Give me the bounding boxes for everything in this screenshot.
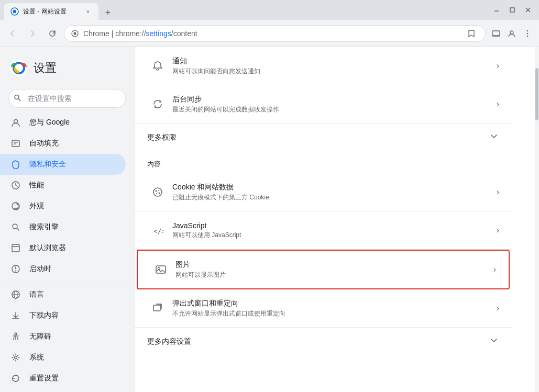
back-button[interactable] — [4, 25, 21, 42]
sidebar-item-language[interactable]: 语言 — [0, 284, 126, 305]
images-icon — [150, 259, 171, 280]
settings-title: 设置 — [34, 60, 57, 76]
downloads-icon — [10, 310, 21, 321]
main-scrollbar-track[interactable] — [535, 47, 539, 392]
tab-title: 设置 - 网站设置 — [23, 7, 80, 16]
svg-point-40 — [158, 190, 159, 191]
sidebar-label-google: 您与 Google — [29, 118, 70, 127]
images-arrow: › — [493, 265, 496, 274]
minimize-button[interactable] — [490, 3, 503, 17]
tab-favicon — [10, 7, 19, 16]
main-panel: 通知 网站可以询问能否向您发送通知 › 后台同步 最近关闭的网站可以完成数据收发… — [135, 47, 539, 392]
sidebar-label-accessibility: 无障碍 — [29, 332, 51, 341]
sidebar-label-performance: 性能 — [29, 181, 44, 190]
browser-content: 设置 您与 Google — [0, 47, 539, 392]
google-icon — [10, 117, 21, 128]
cookies-title: Cookie 和网站数据 — [172, 183, 497, 192]
sidebar-item-search[interactable]: 搜索引擎 — [0, 217, 126, 238]
bookmark-button[interactable] — [464, 26, 479, 41]
maximize-button[interactable] — [505, 3, 519, 17]
popups-row[interactable]: 弹出式窗口和重定向 不允许网站显示弹出式窗口或使用重定向 › — [135, 289, 512, 328]
more-permissions-label: 更多权限 — [147, 133, 177, 142]
sidebar-item-reset[interactable]: 重置设置 — [0, 368, 126, 389]
svg-rect-1 — [13, 10, 16, 13]
javascript-arrow: › — [497, 226, 499, 235]
svg-point-10 — [527, 30, 529, 31]
sidebar-item-downloads[interactable]: 下载内容 — [0, 305, 126, 326]
forward-button[interactable] — [24, 25, 41, 42]
svg-text:</>: </> — [153, 227, 163, 235]
svg-rect-46 — [153, 305, 160, 311]
sidebar-item-system[interactable]: 系统 — [0, 347, 126, 368]
svg-rect-3 — [510, 8, 514, 12]
sidebar-item-browser[interactable]: 默认浏览器 — [0, 238, 126, 259]
images-row[interactable]: 图片 网站可以显示图片 › — [137, 250, 510, 289]
javascript-row[interactable]: </> JavaScript 网站可以使用 JavaScript › — [135, 211, 512, 250]
title-bar: 设置 - 网站设置 × + — [0, 0, 539, 20]
sidebar-item-privacy[interactable]: 隐私和安全 — [0, 154, 126, 175]
main-scrollbar-thumb — [535, 68, 538, 120]
popups-subtitle: 不允许网站显示弹出式窗口或使用重定向 — [172, 309, 497, 318]
svg-point-34 — [15, 333, 17, 335]
search-icon — [14, 94, 21, 103]
screen-cast-button[interactable] — [489, 26, 503, 41]
sidebar-item-extensions[interactable]: 扩展程序 — [0, 389, 126, 392]
sidebar-item-google[interactable]: 您与 Google — [0, 112, 126, 133]
svg-point-39 — [156, 191, 157, 192]
svg-point-7 — [74, 32, 76, 35]
notifications-content: 通知 网站可以询问能否向您发送通知 — [172, 57, 497, 76]
active-tab[interactable]: 设置 - 网站设置 × — [4, 3, 98, 20]
reset-icon — [10, 373, 21, 384]
address-box[interactable]: Chrome | chrome://settings/content — [64, 25, 486, 42]
accessibility-icon — [10, 331, 21, 342]
search-bar[interactable] — [8, 89, 126, 108]
cookies-arrow: › — [497, 187, 499, 197]
images-title: 图片 — [175, 260, 493, 270]
cookies-subtitle: 已阻止无痕模式下的第三方 Cookie — [172, 193, 497, 202]
svg-point-11 — [527, 32, 529, 34]
svg-line-17 — [19, 99, 21, 101]
sidebar-item-startup[interactable]: 启动时 — [0, 259, 126, 279]
sidebar-item-appearance[interactable]: 外观 — [0, 196, 126, 217]
notifications-arrow: › — [497, 61, 499, 71]
svg-point-12 — [527, 35, 529, 37]
sidebar-divider-1 — [0, 282, 134, 282]
reload-button[interactable] — [44, 25, 61, 42]
svg-point-45 — [158, 267, 160, 270]
background-sync-subtitle: 最近关闭的网站可以完成数据收发操作 — [172, 105, 497, 114]
more-permissions-collapse[interactable]: 更多权限 — [135, 124, 512, 151]
sidebar-label-appearance: 外观 — [29, 201, 44, 211]
address-text: Chrome | chrome://settings/content — [83, 29, 460, 38]
sidebar-item-accessibility[interactable]: 无障碍 — [0, 326, 126, 347]
sidebar-label-autofill: 自动填充 — [29, 139, 59, 148]
svg-point-35 — [15, 356, 17, 359]
tab-close-button[interactable]: × — [84, 7, 92, 16]
new-tab-button[interactable]: + — [101, 5, 115, 20]
search-input[interactable] — [8, 89, 126, 108]
sidebar-header: 设置 — [0, 51, 134, 85]
svg-point-29 — [15, 271, 16, 272]
svg-rect-44 — [156, 266, 166, 273]
background-sync-title: 后台同步 — [172, 95, 497, 104]
notifications-row[interactable]: 通知 网站可以询问能否向您发送通知 › — [135, 47, 512, 85]
menu-button[interactable] — [520, 26, 535, 41]
close-button[interactable] — [521, 3, 535, 17]
sidebar-nav: 您与 Google 自动填充 隐私和安全 — [0, 112, 134, 392]
user-button[interactable] — [504, 26, 519, 41]
images-content: 图片 网站可以显示图片 — [175, 260, 493, 279]
svg-point-9 — [510, 31, 513, 34]
more-content-collapse[interactable]: 更多内容设置 — [135, 328, 512, 355]
performance-icon — [10, 180, 21, 191]
settings-content: 通知 网站可以询问能否向您发送通知 › 后台同步 最近关闭的网站可以完成数据收发… — [135, 47, 512, 355]
background-sync-row[interactable]: 后台同步 最近关闭的网站可以完成数据收发操作 › — [135, 85, 512, 124]
cookies-icon — [147, 182, 168, 203]
popups-content: 弹出式窗口和重定向 不允许网站显示弹出式窗口或使用重定向 — [172, 299, 497, 318]
images-subtitle: 网站可以显示图片 — [175, 271, 493, 279]
sidebar-item-autofill[interactable]: 自动填充 — [0, 133, 126, 154]
svg-rect-26 — [12, 244, 19, 252]
sidebar-item-performance[interactable]: 性能 — [0, 175, 126, 196]
cookies-row[interactable]: Cookie 和网站数据 已阻止无痕模式下的第三方 Cookie › — [135, 173, 512, 211]
popups-icon — [147, 298, 168, 319]
svg-rect-19 — [12, 140, 19, 147]
background-sync-icon — [147, 94, 168, 115]
